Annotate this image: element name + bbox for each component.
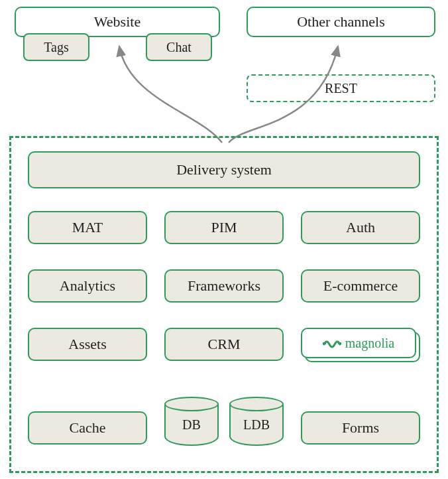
rest-label: REST (325, 81, 357, 96)
magnolia-label: magnolia (345, 336, 394, 351)
assets-label: Assets (68, 336, 106, 353)
magnolia-icon (323, 336, 341, 350)
frameworks-box: Frameworks (164, 269, 284, 303)
ldb-cylinder: LDB (229, 397, 284, 452)
ldb-label: LDB (243, 417, 270, 433)
ecommerce-label: E-commerce (323, 277, 398, 295)
crm-label: CRM (208, 336, 241, 353)
analytics-box: Analytics (28, 269, 147, 303)
db-cylinder: DB (164, 397, 219, 452)
delivery-system-label: Delivery system (176, 161, 272, 178)
pim-box: PIM (164, 211, 284, 244)
db-label: DB (182, 417, 201, 433)
crm-box: CRM (164, 328, 284, 361)
cache-box: Cache (28, 411, 147, 445)
mat-label: MAT (72, 219, 103, 236)
svg-rect-0 (323, 342, 326, 344)
forms-label: Forms (342, 419, 379, 437)
analytics-label: Analytics (60, 277, 115, 295)
ldb-top (229, 397, 284, 411)
chat-label: Chat (166, 40, 192, 55)
rest-box: REST (247, 74, 435, 102)
assets-box: Assets (28, 328, 147, 361)
auth-label: Auth (346, 219, 375, 236)
db-top (164, 397, 219, 411)
chat-box: Chat (146, 33, 212, 61)
other-channels-label: Other channels (297, 13, 385, 31)
other-channels-box: Other channels (247, 7, 435, 37)
tags-box: Tags (23, 33, 89, 61)
svg-rect-1 (338, 342, 341, 344)
cache-label: Cache (70, 419, 106, 437)
website-label: Website (94, 13, 140, 31)
tags-label: Tags (44, 40, 68, 55)
mat-box: MAT (28, 211, 147, 244)
ecommerce-box: E-commerce (301, 269, 420, 303)
magnolia-box: magnolia (301, 328, 416, 358)
pim-label: PIM (211, 219, 237, 236)
forms-box: Forms (301, 411, 420, 445)
frameworks-label: Frameworks (188, 277, 260, 295)
delivery-system-box: Delivery system (28, 151, 420, 188)
auth-box: Auth (301, 211, 420, 244)
